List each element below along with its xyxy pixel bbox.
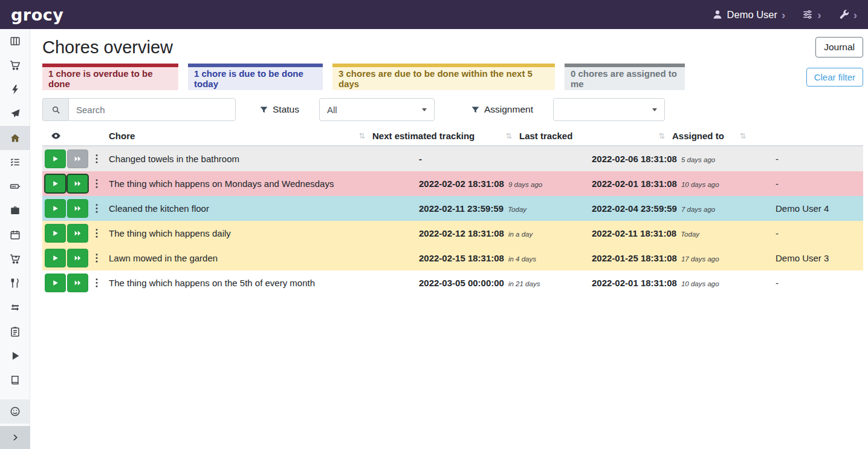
chevron-right-icon [10,433,20,442]
skip-chore-schedule-button[interactable] [67,249,88,267]
last-tracked-cell: 2022-02-11 18:31:08Today [592,228,776,238]
next-tracking-cell: 2022-02-02 18:31:089 days ago [419,179,592,189]
play-icon [10,350,21,361]
sidebar-item-shopping-list[interactable] [0,53,30,77]
admin-tools-menu[interactable]: › [838,9,857,21]
column-header-last-tracked[interactable]: Last tracked⇅ [519,131,672,141]
column-header-assigned-to[interactable]: Assigned to⇅ [672,131,863,141]
skip-chore-schedule-button[interactable] [67,199,88,218]
sidebar-item-transfer[interactable] [0,295,30,320]
sidebar-item-consume[interactable] [0,271,30,295]
last-tracked-relative: 7 days ago [681,206,715,213]
row-context-menu-button[interactable] [89,199,104,218]
sidebar-item-meal-plan[interactable] [0,102,30,126]
last-tracked-relative: Today [681,231,699,238]
chore-name: Changed towels in the bathroom [109,154,419,164]
next-tracking-time: 2022-02-15 18:31:08 [419,253,504,263]
row-context-menu-button[interactable] [89,174,104,193]
assigned-to-cell: - [776,179,863,189]
row-actions [42,249,109,267]
status-filter-value: All [327,105,337,115]
sidebar-item-purchase[interactable] [0,247,30,271]
table-row: The thing which happens on Mondays and W… [42,171,863,196]
sidebar-item-calendar[interactable] [0,223,30,247]
chore-name: The thing which happens on the 5th of ev… [109,278,419,288]
status-banner[interactable]: 1 chore is due to be done today [188,64,323,90]
paper-plane-icon [10,108,21,119]
last-tracked-cell: 2022-02-06 18:31:085 days ago [592,154,776,164]
fast-forward-icon [74,205,82,212]
sidebar-item-recipes[interactable] [0,77,30,102]
sidebar-item-chores-overview[interactable] [0,126,30,150]
status-banner[interactable]: 0 chores are assigned to me [565,64,685,90]
clipboard-list-icon [10,326,21,337]
settings-menu[interactable]: › [802,9,821,21]
next-tracking-relative: 9 days ago [508,181,542,188]
column-header-chore[interactable]: Chore⇅ [109,131,372,141]
column-header-next-tracking[interactable]: Next estimated tracking⇅ [372,131,519,141]
play-icon [51,180,59,188]
assigned-to-cell: - [776,228,863,238]
status-filter-select[interactable]: All [319,98,435,121]
play-icon [51,205,59,212]
track-chore-execution-button[interactable] [45,174,66,193]
skip-chore-schedule-button[interactable] [67,174,88,193]
skip-chore-schedule-button[interactable] [67,224,88,243]
chevron-right-icon: › [853,9,857,21]
journal-button[interactable]: Journal [815,37,863,57]
last-tracked-cell: 2022-02-04 23:59:597 days ago [592,203,776,214]
table-body: Changed towels in the bathroom - 2022-02… [42,146,863,295]
row-context-menu-button[interactable] [89,249,104,267]
assignment-filter-select[interactable] [553,98,665,121]
chore-name: Lawn mowed in the garden [109,253,419,263]
fast-forward-icon [74,254,82,262]
clear-filter-button[interactable]: Clear filter [806,68,863,87]
track-chore-execution-button[interactable] [45,149,66,168]
sidebar-item-chore-tracking[interactable] [0,344,30,368]
chores-table: Chore⇅ Next estimated tracking⇅ Last tra… [42,126,863,295]
status-banner[interactable]: 1 chore is overdue to be done [42,64,178,90]
chevron-down-icon [422,108,427,111]
user-icon [712,9,723,20]
row-context-menu-button[interactable] [89,149,104,168]
cart-icon [10,60,21,71]
row-context-menu-button[interactable] [89,274,104,292]
book-icon [10,375,21,385]
sidebar-expand-toggle[interactable] [0,426,30,449]
track-chore-execution-button[interactable] [45,199,66,218]
table-row: The thing which happens on the 5th of ev… [42,270,863,295]
eye-icon [51,131,61,141]
sidebar-item-batteries-overview[interactable] [0,174,30,198]
chevron-down-icon [652,108,657,111]
sidebar-item-stock-overview[interactable] [0,29,30,53]
assigned-to-cell: Demo User 4 [776,203,863,214]
skip-chore-schedule-button[interactable] [67,274,88,292]
sidebar-item-user-menu[interactable] [0,399,30,424]
filter-row: Status All Assignment [42,98,863,121]
row-context-menu-button[interactable] [89,224,104,243]
skip-chore-schedule-button[interactable] [67,149,88,168]
sidebar-item-tasks[interactable] [0,150,30,174]
track-chore-execution-button[interactable] [45,224,66,243]
track-chore-execution-button[interactable] [45,274,66,292]
grocy-logo[interactable]: grocy [11,5,63,24]
sidebar-item-battery-tracking[interactable] [0,368,30,392]
exchange-icon [10,302,21,313]
next-tracking-time: 2022-02-12 18:31:08 [419,228,504,238]
columns-icon [10,36,21,47]
sidebar-item-equipment[interactable] [0,198,30,223]
row-actions [42,199,109,218]
search-input[interactable] [68,98,236,121]
sliders-icon [802,9,813,20]
sidebar-item-inventory[interactable] [0,320,30,344]
sort-icon: ⇅ [659,131,665,140]
chevron-right-icon: › [817,9,821,21]
calendar-icon [10,229,21,240]
utensils-icon [10,278,21,289]
play-icon [51,155,59,163]
user-menu[interactable]: Demo User › [712,9,786,21]
last-tracked-relative: 10 days ago [681,280,719,287]
next-tracking-time: 2022-02-11 23:59:59 [419,203,504,214]
track-chore-execution-button[interactable] [45,249,66,267]
status-banner[interactable]: 3 chores are due to be done within the n… [332,64,555,90]
